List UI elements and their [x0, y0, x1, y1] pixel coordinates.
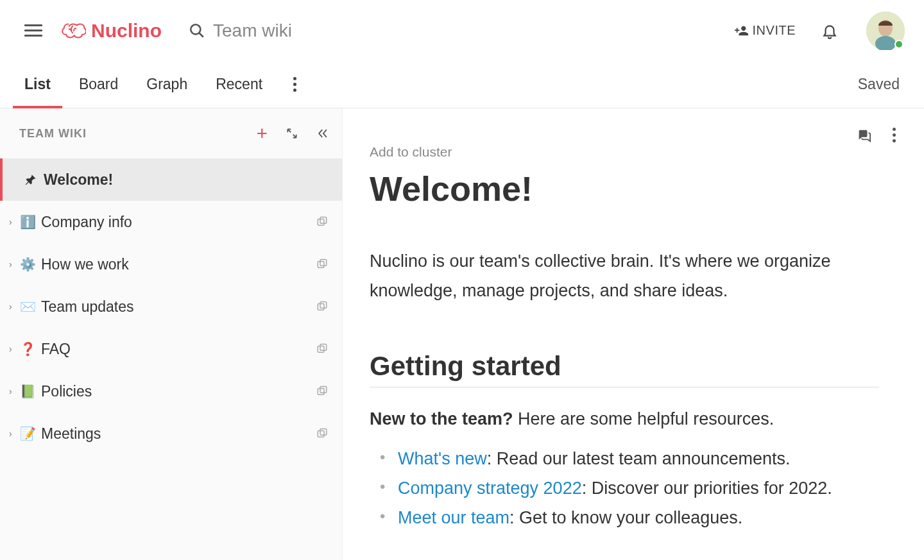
save-status: Saved: [858, 76, 900, 93]
comments-button[interactable]: [857, 128, 871, 142]
cluster-icon: [316, 301, 328, 312]
tab-graph[interactable]: Graph: [146, 61, 187, 108]
search-placeholder: Team wiki: [213, 21, 292, 41]
section-lead-rest: Here are some helpful resources.: [513, 409, 774, 428]
item-emoji: 📝: [19, 426, 36, 441]
svg-rect-11: [318, 346, 324, 353]
collapse-sidebar-icon[interactable]: [316, 127, 329, 140]
brain-icon: [59, 21, 86, 41]
more-views-button[interactable]: [293, 77, 296, 92]
brand-logo[interactable]: Nuclino: [59, 20, 162, 42]
cluster-icon: [316, 428, 328, 439]
list-item[interactable]: Meet our team: Get to know your colleagu…: [395, 504, 879, 533]
search-field[interactable]: Team wiki: [189, 21, 735, 41]
item-emoji: ✉️: [19, 299, 36, 314]
sidebar-item-label: Welcome!: [44, 171, 113, 189]
svg-rect-7: [318, 262, 324, 268]
presence-indicator: [894, 40, 903, 49]
cluster-icon: [316, 216, 328, 228]
svg-rect-12: [320, 344, 327, 351]
resource-list: What's new: Read our latest team announc…: [370, 445, 879, 533]
svg-rect-16: [320, 429, 327, 436]
app-header: Nuclino Team wiki INVITE: [0, 0, 924, 61]
sidebar-item-policies[interactable]: ›📗Policies: [0, 370, 342, 412]
invite-user-icon: [735, 24, 749, 38]
sidebar-item-team-updates[interactable]: ›✉️Team updates: [0, 285, 342, 328]
sidebar-item-faq[interactable]: ›❓FAQ: [0, 328, 342, 370]
cluster-icon: [316, 386, 328, 397]
item-emoji: ❓: [19, 341, 36, 357]
tab-list[interactable]: List: [24, 61, 51, 108]
item-emoji: ℹ️: [19, 214, 36, 230]
chevron-right-icon[interactable]: ›: [9, 259, 15, 269]
svg-line-1: [199, 33, 203, 37]
sidebar-item-label: Team updates: [41, 298, 133, 316]
sidebar-item-welcome-[interactable]: ›Welcome!: [0, 158, 342, 201]
tab-board[interactable]: Board: [79, 61, 118, 108]
resource-link[interactable]: Company strategy 2022: [398, 479, 582, 498]
brand-name: Nuclino: [91, 20, 162, 42]
expand-icon[interactable]: [286, 127, 298, 140]
chevron-right-icon[interactable]: ›: [9, 217, 15, 227]
section-lead-bold: New to the team?: [370, 409, 513, 428]
resource-link[interactable]: Meet our team: [398, 508, 509, 527]
chevron-right-icon[interactable]: ›: [9, 301, 15, 312]
section-lead[interactable]: New to the team? Here are some helpful r…: [370, 409, 879, 429]
chevron-right-icon[interactable]: ›: [9, 428, 15, 439]
invite-button[interactable]: INVITE: [735, 23, 796, 38]
list-item[interactable]: What's new: Read our latest team announc…: [395, 445, 879, 474]
sidebar-item-meetings[interactable]: ›📝Meetings: [0, 412, 342, 455]
sidebar-item-label: Meetings: [41, 425, 101, 443]
sidebar-item-how-we-work[interactable]: ›⚙️How we work: [0, 243, 342, 285]
svg-rect-15: [318, 431, 324, 437]
sidebar-item-company-info[interactable]: ›ℹ️Company info: [0, 201, 342, 243]
cluster-icon: [316, 343, 328, 355]
notifications-button[interactable]: [821, 22, 838, 39]
invite-label: INVITE: [753, 23, 796, 38]
svg-rect-10: [320, 302, 327, 309]
pin-icon: [24, 173, 37, 186]
resource-link[interactable]: What's new: [398, 449, 487, 468]
search-icon: [189, 22, 205, 39]
menu-button[interactable]: [24, 22, 42, 40]
svg-rect-6: [320, 217, 327, 224]
svg-rect-9: [318, 304, 324, 310]
item-emoji: 📗: [19, 384, 36, 399]
user-avatar[interactable]: [866, 12, 905, 50]
sidebar-item-label: Policies: [41, 383, 92, 400]
chevron-right-icon[interactable]: ›: [9, 386, 15, 396]
document-title[interactable]: Welcome!: [370, 169, 879, 208]
document-intro[interactable]: Nuclino is our team's collective brain. …: [370, 247, 879, 306]
sidebar-tree: ›Welcome!›ℹ️Company info›⚙️How we work›✉…: [0, 158, 342, 560]
document-toolbar: [857, 128, 896, 142]
sidebar-item-label: Company info: [41, 214, 132, 231]
svg-rect-8: [320, 260, 327, 266]
section-heading[interactable]: Getting started: [370, 351, 879, 387]
sidebar-header: TEAM WIKI +: [0, 108, 342, 158]
svg-rect-14: [320, 387, 327, 393]
tab-recent[interactable]: Recent: [216, 61, 262, 108]
resource-desc: : Discover our priorities for 2022.: [582, 479, 832, 498]
svg-rect-13: [318, 389, 324, 395]
add-item-button[interactable]: +: [256, 124, 268, 143]
sidebar: TEAM WIKI + ›Welcome!›ℹ️Company info›⚙️H…: [0, 108, 343, 560]
workspace-title: TEAM WIKI: [19, 127, 87, 140]
document-pane: Add to cluster Welcome! Nuclino is our t…: [343, 108, 924, 560]
add-to-cluster-link[interactable]: Add to cluster: [370, 144, 879, 160]
svg-point-0: [191, 24, 200, 34]
view-tabs: ListBoardGraphRecent Saved: [0, 61, 924, 108]
document-more-button[interactable]: [893, 128, 896, 142]
sidebar-item-label: How we work: [41, 256, 129, 273]
chevron-right-icon[interactable]: ›: [9, 344, 15, 354]
item-emoji: ⚙️: [19, 257, 36, 272]
resource-desc: : Get to know your colleagues.: [509, 508, 742, 527]
list-item[interactable]: Company strategy 2022: Discover our prio…: [395, 474, 879, 504]
cluster-icon: [316, 259, 328, 270]
svg-rect-5: [318, 219, 324, 226]
sidebar-item-label: FAQ: [41, 341, 71, 358]
resource-desc: : Read our latest team announcements.: [487, 449, 791, 468]
